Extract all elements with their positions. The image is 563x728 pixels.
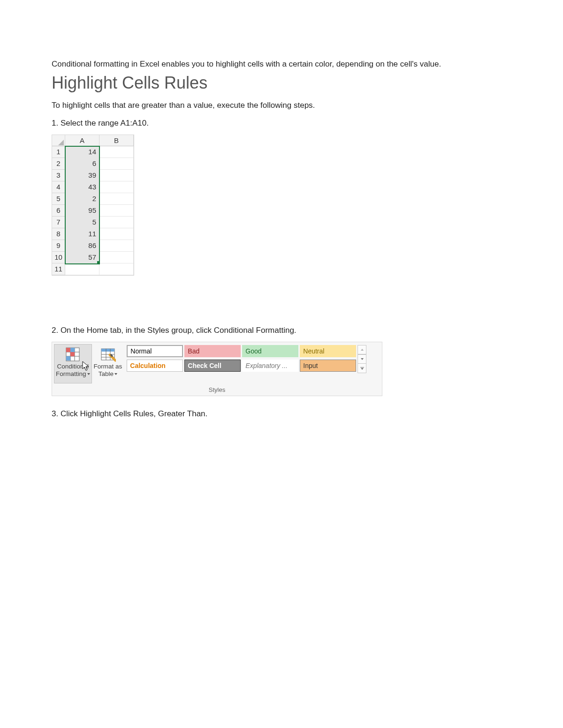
format-as-table-button[interactable]: Format as Table — [92, 344, 124, 383]
cell-B5[interactable] — [99, 193, 134, 205]
cell-B9[interactable] — [99, 240, 134, 252]
row-header[interactable]: 2 — [52, 158, 65, 170]
cell-A7[interactable]: 5 — [65, 217, 99, 228]
svg-rect-7 — [70, 352, 75, 356]
cell-A4[interactable]: 43 — [65, 181, 99, 193]
chevron-down-icon — [361, 368, 364, 370]
row-header[interactable]: 7 — [52, 217, 65, 228]
svg-marker-0 — [58, 140, 64, 145]
row-header[interactable]: 8 — [52, 228, 65, 240]
step-3-text: 3. Click Highlight Cells Rules, Greater … — [52, 409, 511, 419]
cell-A3[interactable]: 39 — [65, 170, 99, 181]
cell-B11[interactable] — [99, 263, 134, 275]
excel-grid-screenshot: A B 114 26 339 443 52 695 75 811 986 105… — [52, 135, 134, 276]
intro-text: Conditional formatting in Excel enables … — [52, 55, 511, 73]
select-all-corner[interactable] — [52, 135, 65, 146]
cell-A9[interactable]: 86 — [65, 240, 99, 252]
cell-A10[interactable]: 57 — [65, 252, 99, 263]
more-bar-icon — [360, 367, 364, 368]
svg-marker-10 — [83, 361, 89, 370]
style-explanatory[interactable]: Explanatory ... — [242, 360, 298, 372]
style-bad[interactable]: Bad — [184, 345, 241, 357]
row-header[interactable]: 11 — [52, 263, 65, 275]
cell-A1[interactable]: 14 — [65, 146, 99, 158]
cell-A6[interactable]: 95 — [65, 205, 99, 217]
selection-fill-handle[interactable] — [97, 261, 100, 264]
cell-styles-gallery: Normal Bad Good Neutral Calculation Chec… — [127, 345, 356, 383]
style-good[interactable]: Good — [242, 345, 298, 357]
gallery-scroll-down[interactable] — [358, 354, 366, 364]
chevron-up-icon — [361, 349, 364, 351]
cell-B8[interactable] — [99, 228, 134, 240]
gallery-more-button[interactable] — [358, 364, 366, 373]
cell-B2[interactable] — [99, 158, 134, 170]
row-header[interactable]: 6 — [52, 205, 65, 217]
format-as-table-icon — [100, 346, 116, 362]
conditional-formatting-label-2: Formatting — [56, 370, 86, 377]
cell-B3[interactable] — [99, 170, 134, 181]
gallery-scroll — [358, 345, 366, 383]
row-header[interactable]: 5 — [52, 193, 65, 205]
cell-A8[interactable]: 11 — [65, 228, 99, 240]
cell-B10[interactable] — [99, 252, 134, 263]
cell-B4[interactable] — [99, 181, 134, 193]
ribbon-styles-group: Conditional Formatting — [52, 342, 382, 396]
col-header-B[interactable]: B — [99, 135, 134, 146]
row-header[interactable]: 3 — [52, 170, 65, 181]
style-calculation[interactable]: Calculation — [127, 360, 183, 372]
chevron-down-icon — [361, 358, 364, 360]
section-heading: Highlight Cells Rules — [52, 73, 511, 93]
row-header[interactable]: 4 — [52, 181, 65, 193]
conditional-formatting-icon — [65, 346, 81, 362]
svg-rect-8 — [70, 348, 75, 352]
cell-A2[interactable]: 6 — [65, 158, 99, 170]
step-1-text: 1. Select the range A1:A10. — [52, 119, 511, 128]
style-check-cell[interactable]: Check Cell — [184, 360, 241, 372]
cursor-icon — [82, 361, 91, 371]
style-input[interactable]: Input — [300, 360, 356, 372]
style-normal[interactable]: Normal — [127, 345, 183, 357]
row-header[interactable]: 1 — [52, 146, 65, 158]
format-as-table-label-2: Table — [99, 370, 114, 377]
cell-A5[interactable]: 2 — [65, 193, 99, 205]
svg-rect-12 — [101, 349, 114, 352]
dropdown-caret-icon — [87, 373, 90, 375]
dropdown-caret-icon — [114, 373, 117, 375]
svg-rect-9 — [66, 356, 70, 360]
format-as-table-label-1: Format as — [94, 363, 122, 370]
cell-A11[interactable] — [65, 263, 99, 275]
svg-rect-6 — [66, 348, 70, 352]
ribbon-group-label: Styles — [52, 384, 382, 396]
style-neutral[interactable]: Neutral — [300, 345, 356, 357]
cell-B1[interactable] — [99, 146, 134, 158]
gallery-scroll-up[interactable] — [358, 345, 366, 354]
cell-B7[interactable] — [99, 217, 134, 228]
cell-B6[interactable] — [99, 205, 134, 217]
step-2-text: 2. On the Home tab, in the Styles group,… — [52, 326, 511, 335]
row-header[interactable]: 9 — [52, 240, 65, 252]
row-header[interactable]: 10 — [52, 252, 65, 263]
col-header-A[interactable]: A — [65, 135, 99, 146]
section-subtext: To highlight cells that are greater than… — [52, 101, 511, 110]
